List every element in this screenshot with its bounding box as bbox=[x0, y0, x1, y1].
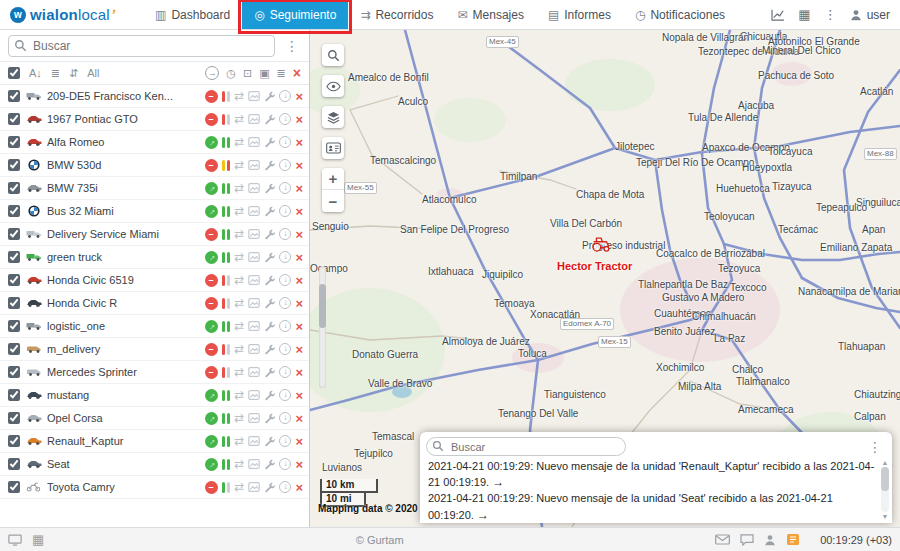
unit-row[interactable]: BMW 735i→⇄↓× bbox=[0, 177, 309, 200]
apps-grid-icon[interactable]: ▦ bbox=[798, 8, 810, 21]
remove-unit-icon[interactable]: × bbox=[295, 159, 303, 172]
unit-name[interactable]: Alfa Romeo bbox=[47, 136, 201, 148]
document-icon[interactable]: ≣ bbox=[277, 68, 286, 79]
apply-arrow-icon[interactable]: ↓ bbox=[279, 136, 291, 148]
nav-tab-monitoring[interactable]: ◎Seguimiento bbox=[242, 0, 348, 29]
unit-checkbox[interactable] bbox=[8, 113, 20, 125]
scroll-track[interactable] bbox=[881, 467, 889, 512]
log-scrollbar[interactable]: ▲ ▼ bbox=[880, 459, 890, 520]
apply-arrow-icon[interactable]: ↓ bbox=[279, 412, 291, 424]
unit-name[interactable]: Honda Civic 6519 bbox=[47, 274, 201, 286]
unit-log-icon-active[interactable] bbox=[786, 533, 800, 546]
unit-row[interactable]: green truck→⇄↓× bbox=[0, 246, 309, 269]
map-visibility-eye-button[interactable] bbox=[322, 75, 344, 97]
unit-name[interactable]: mustang bbox=[47, 389, 201, 401]
unit-name[interactable]: Mercedes Sprinter bbox=[47, 366, 201, 378]
chat-bubble-icon[interactable] bbox=[740, 534, 754, 546]
unit-checkbox[interactable] bbox=[8, 458, 20, 470]
nav-tab-tracks[interactable]: ⇉Recorridos bbox=[348, 0, 445, 29]
unit-name[interactable]: Renault_Kaptur bbox=[47, 435, 201, 447]
apply-arrow-icon[interactable]: ↓ bbox=[279, 274, 291, 286]
properties-wrench-icon[interactable] bbox=[264, 459, 275, 470]
apply-arrow-icon[interactable]: ↓ bbox=[279, 228, 291, 240]
unit-marker-tractor-icon[interactable] bbox=[591, 235, 611, 253]
remove-unit-icon[interactable]: × bbox=[295, 297, 303, 310]
apply-arrow-icon[interactable]: ↓ bbox=[279, 481, 291, 493]
messages-envelope-icon[interactable] bbox=[715, 534, 730, 545]
remove-unit-icon[interactable]: × bbox=[295, 458, 303, 471]
unit-checkbox[interactable] bbox=[8, 366, 20, 378]
zoom-in-button[interactable]: + bbox=[322, 168, 344, 190]
apply-arrow-icon[interactable]: ↓ bbox=[279, 90, 291, 102]
unit-name[interactable]: BMW 735i bbox=[47, 182, 201, 194]
unit-checkbox[interactable] bbox=[8, 412, 20, 424]
properties-wrench-icon[interactable] bbox=[264, 114, 275, 125]
unit-name[interactable]: 209-DE5 Francisco Ken... bbox=[47, 90, 201, 102]
properties-wrench-icon[interactable] bbox=[264, 206, 275, 217]
remove-unit-icon[interactable]: × bbox=[295, 389, 303, 402]
unit-checkbox[interactable] bbox=[8, 343, 20, 355]
unit-row[interactable]: Bus 32 Miami→⇄↓× bbox=[0, 200, 309, 223]
user-menu[interactable]: user bbox=[850, 8, 890, 22]
properties-wrench-icon[interactable] bbox=[264, 298, 275, 309]
properties-wrench-icon[interactable] bbox=[264, 91, 275, 102]
scroll-up-icon[interactable]: ▲ bbox=[882, 459, 889, 466]
unit-row[interactable]: Alfa Romeo→⇄↓× bbox=[0, 131, 309, 154]
unit-name[interactable]: logistic_one bbox=[47, 320, 201, 332]
time-icon[interactable]: ◷ bbox=[226, 68, 236, 79]
unit-name[interactable]: m_delivery bbox=[47, 343, 201, 355]
unit-checkbox[interactable] bbox=[8, 320, 20, 332]
unit-name[interactable]: Toyota Camry bbox=[47, 481, 201, 493]
wialon-logo[interactable]: w wialonlocalʼ bbox=[0, 0, 123, 29]
unit-checkbox[interactable] bbox=[8, 182, 20, 194]
apply-arrow-icon[interactable]: ↓ bbox=[279, 113, 291, 125]
map-contacts-card-button[interactable] bbox=[322, 137, 344, 159]
remove-unit-icon[interactable]: × bbox=[295, 251, 303, 264]
unit-checkbox[interactable] bbox=[8, 389, 20, 401]
unit-checkbox[interactable] bbox=[8, 205, 20, 217]
apply-arrow-icon[interactable]: ↓ bbox=[279, 182, 291, 194]
photo-icon[interactable]: ▣ bbox=[259, 68, 269, 79]
apply-arrow-icon[interactable]: ↓ bbox=[279, 389, 291, 401]
remove-unit-icon[interactable]: × bbox=[295, 412, 303, 425]
apps-chart-icon[interactable] bbox=[771, 9, 785, 21]
unit-row[interactable]: logistic_one→⇄↓× bbox=[0, 315, 309, 338]
unit-checkbox[interactable] bbox=[8, 435, 20, 447]
unit-row[interactable]: Renault_Kaptur→⇄↓× bbox=[0, 430, 309, 453]
apply-arrow-icon[interactable]: ↓ bbox=[279, 343, 291, 355]
nav-tab-dashboard[interactable]: ▥Dashboard bbox=[143, 0, 242, 29]
remove-unit-icon[interactable]: × bbox=[295, 481, 303, 494]
panel-kebab-icon[interactable]: ⋮ bbox=[281, 39, 303, 53]
monitor-view-icon[interactable] bbox=[8, 534, 22, 546]
unit-checkbox[interactable] bbox=[8, 90, 20, 102]
remove-unit-icon[interactable]: × bbox=[295, 90, 303, 103]
scroll-thumb[interactable] bbox=[881, 467, 889, 491]
unit-row[interactable]: Opel Corsa→⇄↓× bbox=[0, 407, 309, 430]
apply-arrow-icon[interactable]: ↓ bbox=[279, 366, 291, 378]
unit-search-input[interactable] bbox=[8, 35, 275, 57]
unit-row[interactable]: Mercedes Sprinter–⇄↓× bbox=[0, 361, 309, 384]
unit-row[interactable]: Honda Civic R–⇄↓× bbox=[0, 292, 309, 315]
nav-tab-messages[interactable]: ✉Mensajes bbox=[445, 0, 535, 29]
unit-checkbox[interactable] bbox=[8, 136, 20, 148]
unit-row[interactable]: m_delivery–⇄↓× bbox=[0, 338, 309, 361]
scroll-down-icon[interactable]: ▼ bbox=[882, 513, 889, 520]
apply-arrow-icon[interactable]: ↓ bbox=[279, 159, 291, 171]
properties-wrench-icon[interactable] bbox=[264, 367, 275, 378]
topbar-kebab-icon[interactable]: ⋮ bbox=[824, 8, 837, 21]
filter-icon[interactable]: ⇵ bbox=[69, 68, 78, 79]
monitor-icon[interactable]: ⊡ bbox=[243, 68, 252, 79]
properties-wrench-icon[interactable] bbox=[264, 229, 275, 240]
nav-tab-reports[interactable]: ▤Informes bbox=[536, 0, 623, 29]
map-search-button[interactable] bbox=[322, 44, 344, 66]
sort-az-icon[interactable]: A↓ bbox=[29, 68, 42, 79]
unit-row[interactable]: Seat→⇄↓× bbox=[0, 453, 309, 476]
unit-row[interactable]: 1967 Pontiac GTO–⇄↓× bbox=[0, 108, 309, 131]
unit-name[interactable]: Seat bbox=[47, 458, 201, 470]
properties-wrench-icon[interactable] bbox=[264, 344, 275, 355]
nav-tab-notifications[interactable]: ◷Notificaciones bbox=[623, 0, 737, 29]
properties-wrench-icon[interactable] bbox=[264, 390, 275, 401]
unit-name[interactable]: BMW 530d bbox=[47, 159, 201, 171]
properties-wrench-icon[interactable] bbox=[264, 252, 275, 263]
apply-arrow-icon[interactable]: ↓ bbox=[279, 458, 291, 470]
